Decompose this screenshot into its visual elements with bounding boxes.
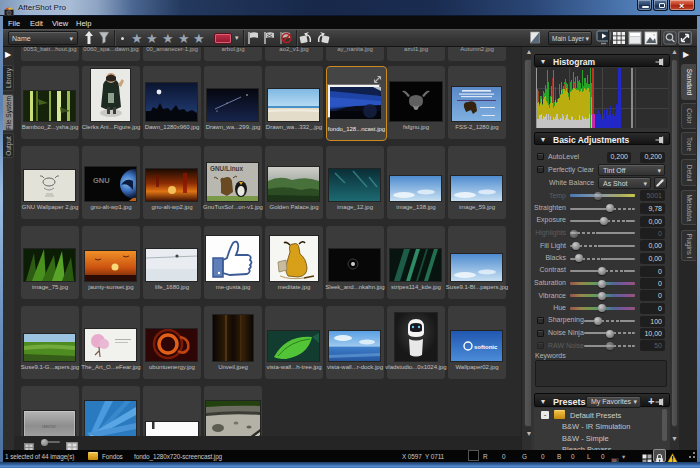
svg-text:softonic: softonic bbox=[474, 344, 498, 350]
svg-text:GNU/Linux: GNU/Linux bbox=[210, 165, 243, 172]
svg-text:LENOVO: LENOVO bbox=[42, 425, 56, 429]
svg-text:GNU: GNU bbox=[93, 176, 110, 185]
